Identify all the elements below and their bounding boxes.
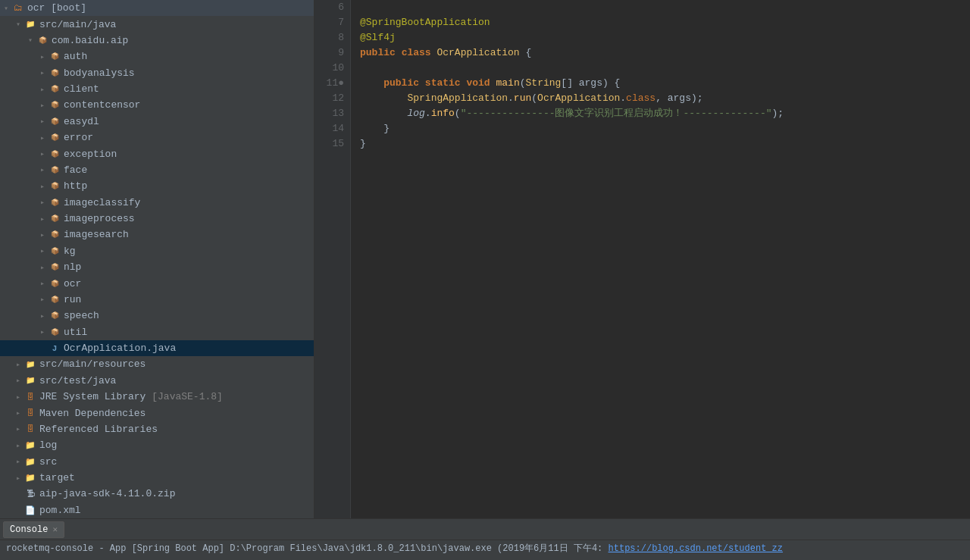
jre-arrow xyxy=(12,393,24,402)
target-icon: 📁 xyxy=(24,472,36,484)
code-line-15: } xyxy=(360,136,970,152)
console-output-text: rocketmq-console - App [Spring Boot App]… xyxy=(6,543,602,554)
console-link[interactable]: https://blog.csdn.net/student_zz xyxy=(609,543,783,554)
tree-nlp[interactable]: 📦 nlp xyxy=(0,259,314,275)
tree-face[interactable]: 📦 face xyxy=(0,162,314,178)
code-content: @SpringBootApplication @Slf4j public cla… xyxy=(351,0,970,518)
error-label: error xyxy=(64,132,93,143)
maven-deps-label: Maven Dependencies xyxy=(39,408,146,419)
ocr-application-label: OcrApplication.java xyxy=(64,343,176,354)
tree-target[interactable]: 📁 target xyxy=(0,470,314,486)
pom-file-icon: 📄 xyxy=(24,504,36,516)
code-line-12: SpringApplication.run(OcrApplication.cla… xyxy=(360,91,970,106)
console-tab-label: Console xyxy=(10,524,48,535)
ocr-pkg-icon: 📦 xyxy=(48,277,61,289)
tree-imageclassify[interactable]: 📦 imageclassify xyxy=(0,195,314,211)
face-icon: 📦 xyxy=(48,164,61,176)
package-icon: 📦 xyxy=(36,34,48,46)
code-line-11: public static void main(String[] args) { xyxy=(360,76,970,91)
client-icon: 📦 xyxy=(48,83,61,95)
tree-speech[interactable]: 📦 speech xyxy=(0,308,314,324)
log-arrow xyxy=(12,441,24,450)
test-folder-icon: 📁 xyxy=(24,374,36,386)
error-arrow xyxy=(36,133,48,142)
ref-libs-arrow xyxy=(12,424,24,433)
kg-arrow xyxy=(36,246,48,255)
bottom-bar: Console ✕ rocketmq-console - App [Spring… xyxy=(0,518,970,560)
tree-src-test-java[interactable]: 📁 src/test/java xyxy=(0,373,314,389)
http-icon: 📦 xyxy=(48,180,61,192)
tree-ocr-application[interactable]: J OcrApplication.java xyxy=(0,340,314,356)
exception-icon: 📦 xyxy=(48,148,61,160)
code-line-7: @SpringBootApplication xyxy=(360,15,970,30)
log-label: log xyxy=(39,440,57,451)
exception-arrow xyxy=(36,149,48,158)
tree-imageprocess[interactable]: 📦 imageprocess xyxy=(0,211,314,227)
tree-pom-xml[interactable]: 📄 pom.xml xyxy=(0,502,314,518)
code-line-6 xyxy=(360,0,970,15)
jre-library-label: JRE System Library xyxy=(39,391,146,402)
tree-run[interactable]: 📦 run xyxy=(0,292,314,308)
util-arrow xyxy=(36,327,48,336)
tree-imagesearch[interactable]: 📦 imagesearch xyxy=(0,227,314,242)
jre-library-suffix: [JavaSE-1.8] xyxy=(146,391,222,402)
imageclassify-label: imageclassify xyxy=(64,197,140,208)
project-label: ocr [boot] xyxy=(27,2,86,14)
line-numbers: 6 7 8 9 10 11● 12 13 14 15 xyxy=(314,0,351,518)
tree-ocr-pkg[interactable]: 📦 ocr xyxy=(0,275,314,291)
console-output: rocketmq-console - App [Spring Boot App]… xyxy=(0,540,970,557)
tree-src-main-resources[interactable]: 📁 src/main/resources xyxy=(0,356,314,372)
run-icon: 📦 xyxy=(48,293,61,305)
speech-icon: 📦 xyxy=(48,310,61,322)
tree-exception[interactable]: 📦 exception xyxy=(0,145,314,161)
project-arrow xyxy=(0,4,12,13)
java-file-icon: J xyxy=(48,343,61,355)
http-arrow xyxy=(36,182,48,191)
nlp-label: nlp xyxy=(64,261,81,273)
tree-kg[interactable]: 📦 kg xyxy=(0,243,314,259)
kg-label: kg xyxy=(64,246,76,257)
tree-contentcensor[interactable]: 📦 contentcensor xyxy=(0,97,314,113)
contentcensor-arrow xyxy=(36,101,48,110)
exception-label: exception xyxy=(64,149,117,160)
tree-src-folder[interactable]: 📁 src xyxy=(0,454,314,470)
target-arrow xyxy=(12,474,24,483)
tree-com-baidu-aip[interactable]: 📦 com.baidu.aip xyxy=(0,33,314,48)
imagesearch-label: imagesearch xyxy=(64,229,129,240)
src-folder-label: src xyxy=(39,456,57,468)
tree-util[interactable]: 📦 util xyxy=(0,324,314,340)
tree-client[interactable]: 📦 client xyxy=(0,81,314,97)
tree-log[interactable]: 📁 log xyxy=(0,437,314,453)
tree-auth[interactable]: 📦 auth xyxy=(0,48,314,64)
console-close-icon[interactable]: ✕ xyxy=(52,524,58,534)
ocr-pkg-label: ocr xyxy=(64,278,81,289)
run-arrow xyxy=(36,295,48,304)
console-tab[interactable]: Console ✕ xyxy=(3,521,64,538)
code-line-8: @Slf4j xyxy=(360,30,970,45)
tree-easydl[interactable]: 📦 easydl xyxy=(0,114,314,130)
src-main-resources-label: src/main/resources xyxy=(39,358,146,370)
jre-icon: 🗄 xyxy=(24,391,36,403)
easydl-label: easydl xyxy=(64,116,99,127)
tree-jre-library[interactable]: 🗄 JRE System Library [JavaSE-1.8] xyxy=(0,389,314,405)
tree-error[interactable]: 📦 error xyxy=(0,130,314,145)
project-tree[interactable]: 🗂 ocr [boot] 📁 src/main/java 📦 com.baidu… xyxy=(0,0,314,518)
auth-arrow xyxy=(36,52,48,61)
resources-folder-icon: 📁 xyxy=(24,358,36,371)
src-test-java-label: src/test/java xyxy=(39,375,116,386)
code-line-14: } xyxy=(360,121,970,136)
code-editor: 6 7 8 9 10 11● 12 13 14 15 @SpringBootAp… xyxy=(314,0,970,518)
project-root[interactable]: 🗂 ocr [boot] xyxy=(0,0,314,16)
tree-http[interactable]: 📦 http xyxy=(0,178,314,194)
run-label: run xyxy=(64,294,81,305)
tree-referenced-libs[interactable]: 🗄 Referenced Libraries xyxy=(0,421,314,437)
console-tab-bar: Console ✕ xyxy=(0,519,970,540)
kg-icon: 📦 xyxy=(48,245,61,257)
target-label: target xyxy=(39,472,75,483)
tree-src-main-java[interactable]: 📁 src/main/java xyxy=(0,16,314,32)
face-label: face xyxy=(64,164,87,176)
face-arrow xyxy=(36,165,48,174)
tree-aip-sdk-zip[interactable]: 🗜 aip-java-sdk-4.11.0.zip xyxy=(0,486,314,502)
tree-maven-deps[interactable]: 🗄 Maven Dependencies xyxy=(0,405,314,421)
tree-bodyanalysis[interactable]: 📦 bodyanalysis xyxy=(0,65,314,81)
